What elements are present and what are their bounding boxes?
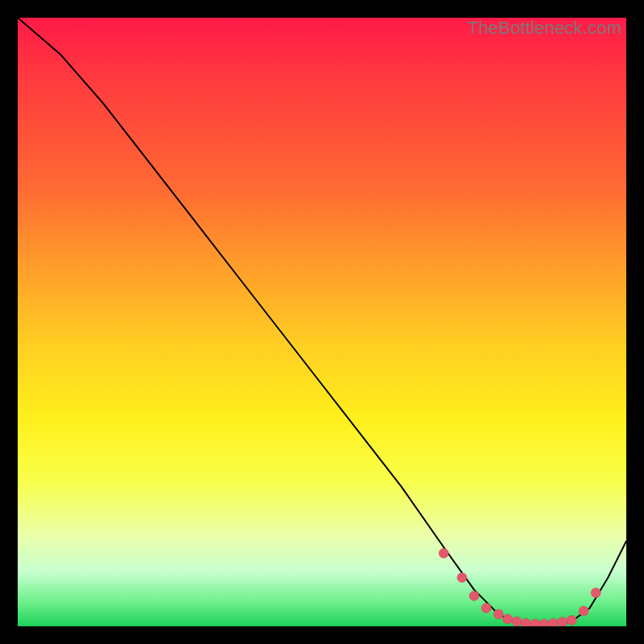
chart-svg [18,18,626,626]
highlight-marker [579,606,588,616]
highlight-marker [591,588,601,597]
highlight-marker [512,617,522,626]
highlight-marker [567,615,576,625]
highlight-marker [493,609,503,619]
highlight-marker [521,618,530,626]
highlight-marker [439,548,448,558]
highlight-marker [548,618,558,626]
highlight-marker [530,619,540,626]
bottleneck-curve [18,18,626,625]
highlight-marker [457,573,467,583]
highlight-marker [503,614,513,624]
chart-frame: TheBottleneck.com [0,0,644,644]
highlight-marker [481,603,491,613]
highlight-marker [469,591,479,601]
highlight-marker [539,619,549,626]
plot-area: TheBottleneck.com [18,18,626,626]
highlight-marker [558,617,568,626]
